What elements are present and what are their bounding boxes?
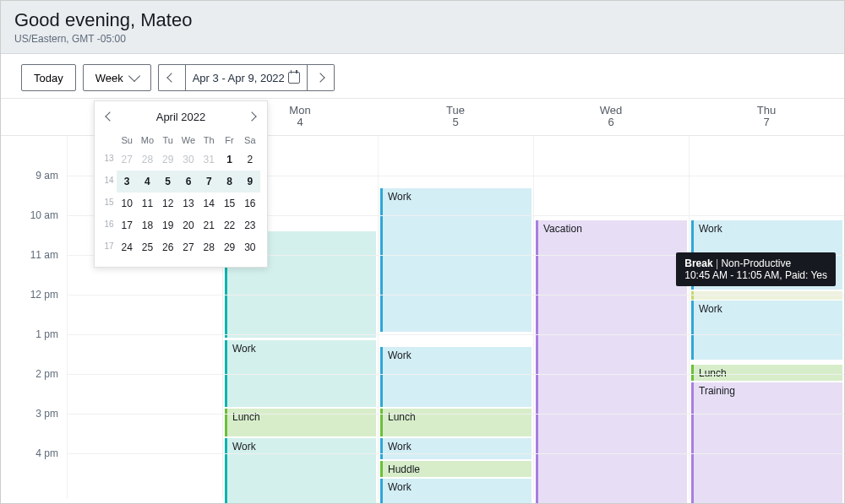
- datepicker-week: 13: [101, 149, 117, 171]
- datepicker-week: 14: [101, 171, 117, 192]
- chevron-down-icon: [128, 70, 140, 82]
- datepicker-prev[interactable]: [101, 108, 118, 125]
- datepicker-day[interactable]: 28: [137, 149, 157, 171]
- date-nav: Apr 3 - Apr 9, 2022: [158, 64, 335, 91]
- chevron-right-icon: [247, 111, 256, 121]
- datepicker-day[interactable]: 5: [158, 171, 178, 192]
- datepicker-dow: Fr: [219, 132, 239, 149]
- event-label: Work: [388, 481, 412, 493]
- event[interactable]: Huddle: [380, 461, 532, 477]
- greeting: Good evening, Mateo: [14, 9, 831, 31]
- date-range-picker[interactable]: Apr 3 - Apr 9, 2022: [185, 64, 308, 91]
- datepicker-day[interactable]: 27: [117, 149, 137, 171]
- event[interactable]: Work: [691, 301, 842, 360]
- datepicker-day[interactable]: 10: [117, 192, 137, 214]
- event[interactable]: Training: [691, 382, 842, 504]
- event-label: Vacation: [543, 223, 582, 235]
- datepicker-day[interactable]: 22: [219, 214, 239, 236]
- datepicker-week: 16: [101, 214, 117, 236]
- datepicker-dow: Th: [199, 132, 219, 149]
- hour-line: [67, 414, 844, 415]
- event-break[interactable]: [691, 291, 842, 300]
- event-label: Work: [232, 441, 256, 453]
- datepicker-day[interactable]: 9: [240, 171, 260, 192]
- day-col-tue[interactable]: WorkWorkLunchWorkHuddleWork: [378, 136, 533, 499]
- datepicker-day[interactable]: 30: [240, 236, 260, 258]
- datepicker-day[interactable]: 1: [219, 149, 239, 171]
- datepicker[interactable]: April 2022 SuMoTuWeThFrSa132728293031121…: [94, 100, 268, 268]
- datepicker-day[interactable]: 28: [199, 236, 219, 258]
- event[interactable]: Work: [380, 438, 532, 459]
- event-label: Work: [388, 350, 412, 361]
- prev-button[interactable]: [158, 64, 185, 91]
- datepicker-day[interactable]: 12: [158, 192, 178, 214]
- datepicker-day[interactable]: 31: [199, 149, 219, 171]
- event-label: Work: [699, 303, 722, 315]
- datepicker-day[interactable]: 3: [117, 171, 137, 192]
- next-button[interactable]: [308, 64, 335, 91]
- datepicker-day[interactable]: 29: [158, 149, 178, 171]
- event[interactable]: Work: [225, 438, 376, 503]
- event-label: Work: [232, 343, 256, 355]
- today-button[interactable]: Today: [21, 64, 76, 91]
- datepicker-day[interactable]: 2: [240, 149, 260, 171]
- tooltip-detail: 10:45 AM - 11:05 AM, Paid: Yes: [684, 269, 827, 281]
- datepicker-day[interactable]: 19: [158, 214, 178, 236]
- hour-label: 10 am: [30, 209, 58, 221]
- datepicker-dow: Mo: [137, 132, 157, 149]
- datepicker-day[interactable]: 14: [199, 192, 219, 214]
- datepicker-day[interactable]: 25: [137, 236, 157, 258]
- hour-label: 2 pm: [35, 368, 58, 380]
- day-head-tue: Tue5: [378, 100, 533, 135]
- view-select[interactable]: Week: [83, 64, 151, 91]
- datepicker-day[interactable]: 17: [117, 214, 137, 236]
- event[interactable]: Lunch: [225, 409, 376, 436]
- event[interactable]: Vacation: [536, 220, 687, 504]
- datepicker-day[interactable]: 8: [219, 171, 239, 192]
- datepicker-day[interactable]: 4: [137, 171, 157, 192]
- datepicker-grid: SuMoTuWeThFrSa13272829303112143456789151…: [101, 132, 260, 258]
- calendar-icon: [288, 72, 300, 84]
- datepicker-day[interactable]: 13: [178, 192, 199, 214]
- datepicker-dow: We: [178, 132, 199, 149]
- datepicker-day[interactable]: 18: [137, 214, 157, 236]
- event[interactable]: Lunch: [691, 365, 842, 381]
- datepicker-header: April 2022: [101, 108, 260, 125]
- datepicker-next[interactable]: [243, 108, 260, 125]
- event[interactable]: Work: [380, 347, 532, 407]
- day-col-wed[interactable]: Vacation: [533, 136, 689, 499]
- datepicker-day[interactable]: 26: [158, 236, 178, 258]
- datepicker-day[interactable]: 6: [178, 171, 199, 192]
- datepicker-day[interactable]: 29: [219, 236, 239, 258]
- hour-line: [67, 453, 844, 454]
- event[interactable]: Work: [380, 479, 532, 503]
- event-tooltip: Break | Non-Productive 10:45 AM - 11:05 …: [676, 252, 836, 286]
- event[interactable]: Lunch: [380, 409, 532, 436]
- datepicker-week: 15: [101, 192, 117, 214]
- datepicker-day[interactable]: 30: [178, 149, 199, 171]
- hour-label: 4 pm: [35, 447, 58, 459]
- hour-label: 1 pm: [35, 328, 58, 340]
- day-col-thu[interactable]: WorkWorkLunchTraining: [689, 136, 844, 499]
- datepicker-day[interactable]: 24: [117, 236, 137, 258]
- view-select-label: Week: [95, 72, 123, 84]
- hour-label: 11 am: [30, 249, 58, 261]
- datepicker-day[interactable]: 16: [240, 192, 260, 214]
- datepicker-day[interactable]: 20: [178, 214, 199, 236]
- datepicker-day[interactable]: 23: [240, 214, 260, 236]
- event-label: Work: [388, 191, 412, 203]
- datepicker-day[interactable]: 15: [219, 192, 239, 214]
- datepicker-day[interactable]: 21: [199, 214, 219, 236]
- datepicker-dow: Sa: [240, 132, 260, 149]
- chevron-left-icon: [105, 111, 114, 121]
- datepicker-day[interactable]: 11: [137, 192, 157, 214]
- hour-label: 9 am: [35, 170, 58, 182]
- day-head-wed: Wed6: [533, 100, 689, 135]
- datepicker-day[interactable]: 7: [199, 171, 219, 192]
- event[interactable]: Work: [380, 188, 532, 332]
- datepicker-day[interactable]: 27: [178, 236, 199, 258]
- hour-label: 3 pm: [35, 408, 58, 420]
- time-gutter: 9 am10 am11 am12 pm1 pm2 pm3 pm4 pm: [1, 136, 67, 499]
- tooltip-category: Non-Productive: [721, 257, 791, 269]
- event-label: Lunch: [699, 367, 727, 379]
